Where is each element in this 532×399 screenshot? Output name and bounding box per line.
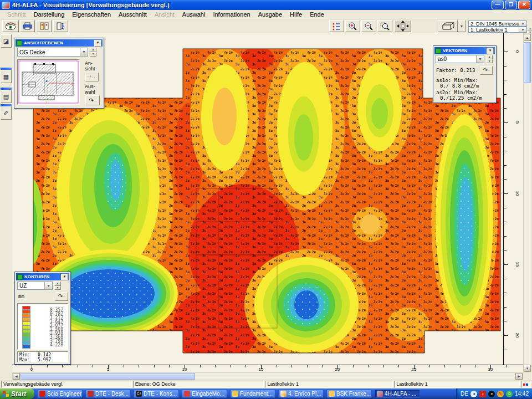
zoom-window-button[interactable] xyxy=(377,20,392,32)
ruler-tick xyxy=(460,365,461,367)
vector-tool-button[interactable]: ✐ xyxy=(1,106,12,120)
clock[interactable]: 14:42 xyxy=(515,391,529,397)
contour-type-combo[interactable]: UZ ▼ xyxy=(17,282,53,290)
task-label: EingabeMo... xyxy=(192,391,224,397)
palette-collapse-icon[interactable]: ▼ xyxy=(94,40,101,47)
menu-informationen[interactable]: Informationen xyxy=(209,11,254,18)
vector-refresh-button[interactable]: ↷... xyxy=(480,66,493,75)
spin-down-icon[interactable]: ▼ xyxy=(54,286,61,290)
menu-ausschnitt[interactable]: Ausschnitt xyxy=(115,11,151,18)
spin-up-icon[interactable]: ▲ xyxy=(90,48,96,52)
ruler-tick xyxy=(504,193,508,194)
menu-ansicht: Ansicht xyxy=(151,11,178,18)
scroll-up-icon[interactable]: ▲ xyxy=(524,34,531,41)
vertical-scroll-thumb[interactable] xyxy=(524,42,531,83)
as2-minmax-value: 0./12.25 cm2/m xyxy=(440,95,482,101)
spin-down-icon[interactable]: ▼ xyxy=(486,59,493,64)
books-icon xyxy=(40,22,49,30)
zoom-in-icon xyxy=(348,22,357,30)
task-button-2[interactable]: DTE - Desk... xyxy=(85,390,131,398)
scroll-left-icon[interactable]: ◀ xyxy=(13,373,20,380)
menu-hilfe[interactable]: Hilfe xyxy=(286,11,306,18)
view-3d-dropdown[interactable]: ▼ xyxy=(458,20,466,32)
tray-volume-icon[interactable]: ♪ xyxy=(479,391,486,397)
zoom-in-button[interactable] xyxy=(345,20,360,32)
legend-swatch xyxy=(22,318,30,321)
manual-button[interactable] xyxy=(37,20,52,32)
task-button-5[interactable]: Fundament... xyxy=(230,390,275,398)
view-eye-button[interactable] xyxy=(2,20,19,32)
contour-refresh-button[interactable]: ↷... xyxy=(55,292,68,301)
auswahl-button[interactable]: ↷... xyxy=(85,95,100,105)
tray-pencil-icon[interactable]: ✎ xyxy=(497,391,504,397)
ansicht-apply-button[interactable]: ⇢… xyxy=(85,73,99,81)
minimize-button[interactable]: — xyxy=(492,1,504,9)
horizontal-scrollbar[interactable]: ◀ ▶ xyxy=(12,372,523,380)
start-button[interactable]: Start xyxy=(0,388,34,399)
mesh-palette-button[interactable]: ▦ xyxy=(1,70,12,83)
design-combo[interactable]: 2: DIN 1045 Bemessung ▼ xyxy=(468,21,527,27)
close-button[interactable]: ✕ xyxy=(518,1,530,9)
vector-type-combo[interactable]: as0 ▼ xyxy=(436,55,484,63)
chevron-down-icon[interactable]: ▼ xyxy=(476,55,484,63)
view-plane-tool-button[interactable]: ◪ xyxy=(1,34,12,48)
task-label: 4. Enrico Pi... xyxy=(288,391,321,397)
scroll-right-icon[interactable]: ▶ xyxy=(515,373,523,380)
eye-icon xyxy=(4,22,17,30)
spin-up-icon[interactable]: ▲ xyxy=(527,27,532,30)
ruler-tick xyxy=(506,365,507,367)
view-3d-button[interactable] xyxy=(438,20,458,32)
menu-eigenschaften[interactable]: Eigenschaften xyxy=(68,11,115,18)
minmax-box: Min: 0.142 Max: 5.997 xyxy=(17,351,68,362)
pan-button[interactable] xyxy=(395,20,411,32)
vektoren-palette-titlebar[interactable]: VEKTOREN ▼ xyxy=(434,47,495,54)
chevron-down-icon[interactable]: ▼ xyxy=(80,48,88,56)
horizontal-scroll-thumb[interactable] xyxy=(21,373,195,380)
scroll-down-icon[interactable]: ▼ xyxy=(524,365,531,372)
task-button-8[interactable]: 4H-ALFA - ... xyxy=(375,390,420,398)
chevron-down-icon[interactable]: ▼ xyxy=(519,21,526,26)
horizontal-ruler: 051015202530 xyxy=(12,365,523,373)
plan-preview[interactable]: z x y xyxy=(17,59,80,105)
numbering-button[interactable] xyxy=(329,20,344,32)
print-button[interactable] xyxy=(20,20,35,32)
window-titlebar[interactable]: 4H-ALFA - Visualisierung [Verwaltungsgeb… xyxy=(0,0,532,10)
vector-spinner[interactable]: ▲▼ xyxy=(486,55,493,63)
vertical-scrollbar[interactable]: ▲ ▼ xyxy=(523,33,531,372)
menu-ausgabe[interactable]: Ausgabe xyxy=(254,11,286,18)
spin-up-icon[interactable]: ▲ xyxy=(486,55,493,59)
result-palette-button[interactable]: ▤ xyxy=(1,90,12,103)
palette-collapse-icon[interactable]: ▼ xyxy=(487,48,494,54)
restore-button[interactable]: ❐ xyxy=(505,1,517,9)
palette-collapse-icon[interactable]: ▼ xyxy=(61,274,68,280)
ruler-tick xyxy=(139,365,139,367)
loadcase-combo[interactable]: 1: Lastkollektiv 1 ▼ xyxy=(468,27,527,33)
chevron-down-icon[interactable]: ▼ xyxy=(519,27,526,32)
ruler-tick xyxy=(504,279,507,279)
language-indicator[interactable]: DE xyxy=(461,391,468,397)
tray-chevron-icon[interactable]: ◂ xyxy=(470,391,477,397)
exit-button[interactable] xyxy=(53,20,68,32)
chevron-down-icon[interactable]: ▼ xyxy=(44,282,52,289)
konturen-palette-titlebar[interactable]: KONTUREN ▼ xyxy=(16,273,69,280)
task-button-6[interactable]: 4. Enrico Pi... xyxy=(278,390,324,398)
menu-ende[interactable]: Ende xyxy=(306,11,328,18)
contour-spinner[interactable]: ▲▼ xyxy=(54,282,61,290)
level-combo[interactable]: OG Decke ▼ xyxy=(17,48,88,57)
task-button-4[interactable]: EingabeMo... xyxy=(182,390,227,398)
level-spinner[interactable]: ▲▼ xyxy=(90,48,96,57)
task-button-3[interactable]: C:\DTE - Kons... xyxy=(134,390,179,398)
zoom-out-button[interactable] xyxy=(361,20,376,32)
tray-app-round-icon[interactable]: ◑ xyxy=(488,391,495,397)
menu-auswahl[interactable]: Auswahl xyxy=(178,11,209,18)
spin-down-icon[interactable]: ▼ xyxy=(90,52,96,57)
loadcase-spinner[interactable]: ▲▼ xyxy=(527,27,532,33)
ruler-tick xyxy=(504,307,507,308)
spin-up-icon[interactable]: ▲ xyxy=(54,282,61,286)
ruler-tick xyxy=(504,80,507,80)
ansicht-palette-titlebar[interactable]: ANSICHT/EBENEN ▼ xyxy=(16,39,103,47)
menu-darstellung[interactable]: Darstellung xyxy=(30,11,69,18)
tray-messenger-icon[interactable]: ☺ xyxy=(506,391,513,397)
task-button-7[interactable]: BSK Franke... xyxy=(326,390,372,398)
task-button-1[interactable]: Scia Engineer xyxy=(37,390,83,398)
